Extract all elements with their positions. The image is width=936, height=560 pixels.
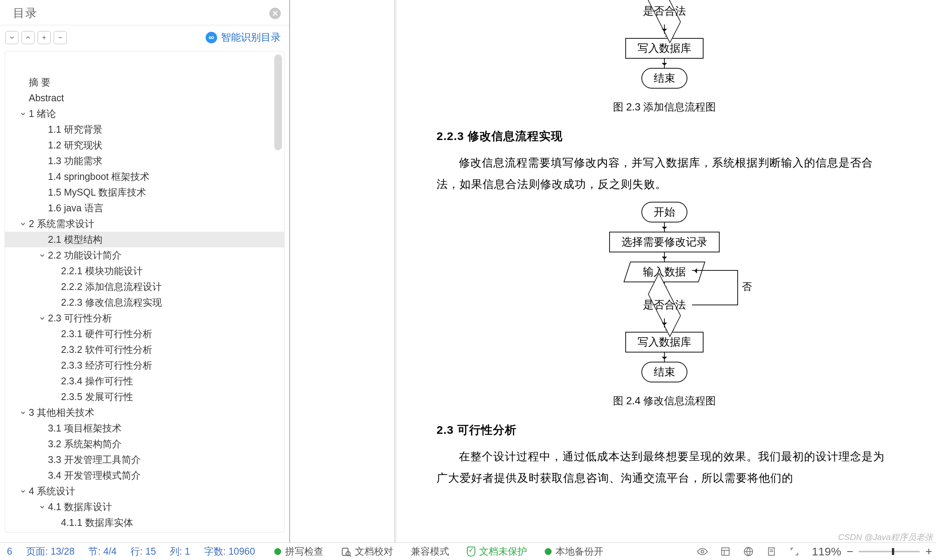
toc-item-label: 2.3.1 硬件可行性分析 [61, 326, 152, 342]
eye-icon[interactable] [697, 546, 708, 557]
heading-2-2-3: 2.2.3 修改信息流程实现 [437, 128, 892, 144]
toc-item[interactable]: 1.5 MySQL 数据库技术 [5, 184, 284, 200]
toc-item[interactable]: Abstract [5, 90, 284, 106]
toc-item[interactable]: 3 其他相关技术 [5, 405, 284, 420]
toc-item[interactable]: 1.2 研究现状 [5, 137, 284, 153]
status-spellcheck[interactable]: 拼写检查 [274, 545, 323, 558]
chevron-up-icon[interactable] [21, 31, 35, 44]
toc-item[interactable]: 3.3 开发管理工具简介 [5, 452, 284, 468]
close-icon[interactable]: ✕ [269, 8, 281, 19]
toc-item[interactable]: 2.2 功能设计简介 [5, 247, 284, 263]
toc-item[interactable]: 2.3.4 操作可行性 [5, 373, 284, 389]
chevron-down-icon[interactable] [38, 503, 46, 511]
scrollbar-thumb[interactable] [274, 54, 282, 150]
toc-item[interactable]: 3.1 项目框架技术 [5, 420, 284, 436]
dot-icon [545, 548, 552, 555]
status-first-num[interactable]: 6 [7, 546, 12, 557]
chevron-down-icon [51, 330, 59, 338]
toc-item[interactable]: 摘 要 [5, 74, 284, 90]
chevron-down-icon[interactable] [5, 31, 18, 44]
view-mode-icon[interactable] [720, 546, 731, 557]
toc-item[interactable]: 2 系统需求设计 [5, 216, 284, 232]
toc-item[interactable]: 2.2.1 模块功能设计 [5, 263, 284, 279]
toc-item[interactable]: 1 绪论 [5, 106, 284, 122]
zoom-control: 119% − + [812, 545, 932, 558]
chevron-down-icon [38, 236, 46, 244]
chevron-down-icon [51, 267, 59, 275]
toc-item[interactable]: 4 系统设计 [5, 483, 284, 499]
sidebar-title: 目录 [13, 5, 38, 21]
toc-item-label: 4.1.1 数据库实体 [61, 515, 133, 530]
toc-item-label: 1.1 研究背景 [48, 122, 102, 137]
toc-item[interactable]: 1.6 java 语言 [5, 200, 284, 216]
chevron-down-icon [51, 283, 59, 291]
chevron-down-icon[interactable] [38, 314, 46, 323]
flow-diamond: 是否合法 [626, 0, 703, 25]
flow-diamond-label: 是否合法 [643, 298, 686, 312]
toc-item[interactable]: 1.4 springboot 框架技术 [5, 169, 284, 184]
chevron-down-icon[interactable] [19, 408, 27, 417]
toc-item[interactable]: 4.1.1 数据库实体 [5, 515, 284, 530]
status-page[interactable]: 页面: 13/28 [26, 545, 74, 558]
toc-list: 摘 要Abstract1 绪论1.1 研究背景1.2 研究现状1.3 功能需求1… [5, 74, 284, 530]
chevron-down-icon [38, 424, 46, 433]
toc-item[interactable]: 2.3.3 经济可行性分析 [5, 357, 284, 373]
toc-item-label: 3 其他相关技术 [29, 405, 94, 420]
zoom-in-icon[interactable]: + [925, 545, 932, 558]
toc-item-label: 2.2.3 修改信息流程实现 [61, 295, 162, 310]
flow-diamond: 是否合法 [626, 292, 703, 318]
toc-item[interactable]: 2.3.1 硬件可行性分析 [5, 326, 284, 342]
status-col[interactable]: 列: 1 [170, 545, 190, 558]
toc-item-label: 2.3 可行性分析 [48, 310, 112, 326]
sidebar-header: 目录 ✕ [0, 0, 289, 25]
status-left: 6 页面: 13/28 节: 4/4 行: 15 列: 1 字数: 10960 [4, 545, 255, 558]
status-protect[interactable]: 文档未保护 [467, 545, 527, 558]
figure-caption-2-4: 图 2.4 修改信息流程图 [437, 394, 892, 408]
chevron-down-icon [38, 125, 46, 134]
minus-icon[interactable] [54, 31, 67, 44]
toc-item[interactable]: 4.1 数据库设计 [5, 499, 284, 515]
status-compat-mode[interactable]: 兼容模式 [411, 545, 449, 558]
web-layout-icon[interactable] [743, 546, 754, 557]
toc-item[interactable]: 1.3 功能需求 [5, 153, 284, 169]
toc-item-label: 2.3.3 经济可行性分析 [61, 357, 152, 373]
toc-item[interactable]: 2.2.2 添加信息流程设计 [5, 279, 284, 295]
toc-item[interactable]: 3.4 开发管理模式简介 [5, 468, 284, 483]
chevron-down-icon[interactable] [19, 110, 27, 118]
toc-item-label: Abstract [29, 90, 64, 106]
zoom-percent[interactable]: 119% [812, 545, 841, 558]
fit-icon[interactable] [789, 546, 800, 557]
plus-icon[interactable] [38, 31, 51, 44]
toc-item[interactable]: 1.1 研究背景 [5, 122, 284, 137]
status-section[interactable]: 节: 4/4 [88, 545, 117, 558]
toc-item[interactable]: 2.2.3 修改信息流程实现 [5, 295, 284, 310]
paragraph-2-3: 在整个设计过程中，通过低成本达到最终想要呈现的效果。我们最初的设计理念是为广大爱… [437, 446, 892, 489]
flow-arrow [664, 352, 665, 362]
toc-item[interactable]: 2.1 模型结构 [5, 232, 284, 247]
status-backup[interactable]: 本地备份开 [545, 545, 603, 558]
chevron-down-icon[interactable] [19, 220, 27, 228]
status-proofread[interactable]: 文档校对 [341, 545, 393, 558]
toc-item[interactable]: 2.3.2 软件可行性分析 [5, 342, 284, 357]
chevron-down-icon [38, 204, 46, 212]
toc-item[interactable]: 2.3.5 发展可行性 [5, 389, 284, 405]
print-layout-icon[interactable] [766, 546, 777, 557]
toc-item-label: 3.2 系统架构简介 [48, 436, 122, 452]
toc-item-label: 2.3.2 软件可行性分析 [61, 342, 152, 357]
toc-item-label: 1.4 springboot 框架技术 [48, 169, 150, 184]
toc-item[interactable]: 3.2 系统架构简介 [5, 436, 284, 452]
zoom-slider[interactable] [859, 551, 920, 552]
zoom-out-icon[interactable]: − [847, 545, 854, 558]
watermark: CSDN @Java程序员老张 [838, 532, 933, 543]
flowchart-add-tail: 是否合法 是 写入数据库 结束 [437, 0, 892, 89]
chevron-down-icon[interactable] [19, 487, 27, 496]
smart-identify-toc[interactable]: 智能识别目录 [206, 31, 281, 44]
status-row[interactable]: 行: 15 [130, 545, 156, 558]
chevron-down-icon [38, 440, 46, 448]
flow-diamond-label: 是否合法 [643, 4, 686, 18]
toc-item[interactable]: 2.3 可行性分析 [5, 310, 284, 326]
chevron-down-icon[interactable] [38, 251, 46, 260]
flow-rect: 写入数据库 [625, 38, 704, 59]
status-wordcount[interactable]: 字数: 10960 [204, 545, 255, 558]
chevron-down-icon [51, 361, 59, 370]
